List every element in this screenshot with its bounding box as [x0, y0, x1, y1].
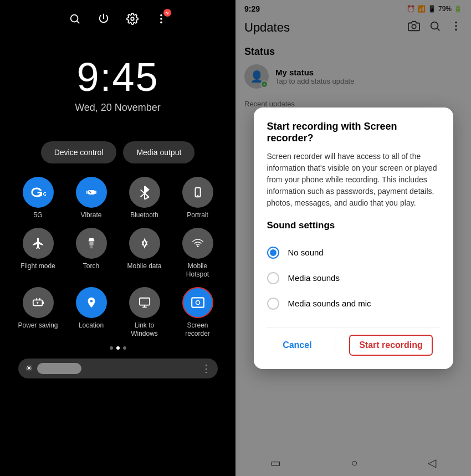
svg-point-20 [196, 301, 199, 304]
radio-media-sounds-mic-label: Media sounds and mic [288, 299, 371, 308]
svg-rect-15 [139, 298, 149, 305]
radio-no-sound-indicator [267, 247, 279, 259]
tile-link-windows[interactable]: Link to Windows [122, 287, 167, 337]
dialog-overlay: Start recording with Screen recorder? Sc… [235, 0, 471, 476]
location-icon [76, 287, 107, 318]
clock-display: 9:45 [76, 54, 158, 100]
radio-media-sounds-indicator [267, 272, 279, 284]
screen-recorder-label: Screen recorder [176, 321, 220, 337]
vibrate-icon [76, 177, 107, 208]
dialog-body: Screen recorder will have access to all … [267, 151, 440, 209]
tile-flight-mode[interactable]: Flight mode [16, 228, 60, 278]
right-panel: 9:29 ⏰ 📶 📱 79% 🔋 Updates [235, 0, 471, 476]
tile-location[interactable]: Location [69, 287, 114, 337]
radio-no-sound-label: No sound [288, 248, 324, 257]
radio-media-sounds[interactable]: Media sounds [267, 265, 440, 291]
quick-settings-grid: G 5G Vibrate [16, 177, 220, 337]
dot-3 [123, 346, 126, 350]
power-saving-label: Power saving [18, 321, 58, 329]
tile-torch[interactable]: Torch [69, 228, 114, 278]
svg-line-1 [77, 21, 79, 23]
screen-recorder-icon [182, 287, 213, 318]
media-output-button[interactable]: Media output [123, 141, 194, 163]
radio-media-sounds-mic-indicator [267, 298, 279, 310]
brightness-fill [37, 363, 81, 374]
svg-rect-11 [89, 242, 93, 245]
tile-mobile-data[interactable]: Mobile data [122, 228, 167, 278]
date-display: Wed, 20 November [75, 102, 161, 114]
tile-vibrate[interactable]: Vibrate [69, 177, 114, 219]
start-recording-button[interactable]: Start recording [349, 335, 433, 356]
dialog-title: Start recording with Screen recorder? [267, 121, 440, 144]
radio-no-sound[interactable]: No sound [267, 240, 440, 265]
radio-no-sound-fill [270, 249, 277, 256]
tile-portrait[interactable]: Portrait [176, 177, 220, 219]
search-icon[interactable] [67, 11, 83, 27]
bluetooth-label: Bluetooth [130, 211, 158, 219]
svg-point-2 [131, 17, 134, 21]
notification-badge: N [163, 9, 171, 17]
mobile-data-icon [129, 228, 160, 259]
vibrate-label: Vibrate [81, 211, 102, 219]
portrait-label: Portrait [187, 211, 208, 219]
radio-media-sounds-label: Media sounds [288, 273, 340, 283]
tile-power-saving[interactable]: Power saving [16, 287, 60, 337]
radio-media-sounds-mic[interactable]: Media sounds and mic [267, 291, 440, 316]
cancel-button[interactable]: Cancel [274, 336, 320, 355]
flight-icon [23, 228, 54, 259]
svg-point-5 [160, 22, 162, 24]
quick-controls: Device control Media output [41, 141, 195, 163]
dot-2 [116, 346, 120, 350]
power-icon[interactable] [96, 11, 111, 27]
lock-screen: N 9:45 Wed, 20 November Device control M… [0, 0, 235, 476]
action-divider [335, 339, 335, 352]
svg-point-3 [160, 14, 162, 17]
dot-1 [110, 346, 113, 350]
5g-label: 5G [33, 211, 42, 219]
power-saving-icon [23, 287, 54, 318]
more-options-icon[interactable]: N [153, 11, 169, 27]
flight-label: Flight mode [21, 262, 55, 270]
5g-icon: G [23, 177, 54, 208]
mobile-data-label: Mobile data [127, 262, 161, 270]
torch-label: Torch [83, 262, 99, 270]
brightness-bar[interactable]: ☀ ⋮ [18, 359, 218, 378]
link-windows-label: Link to Windows [122, 321, 167, 337]
svg-text:G: G [43, 191, 46, 197]
screen-recorder-dialog: Start recording with Screen recorder? Sc… [254, 108, 453, 369]
brightness-icon: ☀ [25, 363, 33, 373]
tile-5g[interactable]: G 5G [16, 177, 60, 219]
tile-bluetooth[interactable]: Bluetooth [122, 177, 167, 219]
device-control-button[interactable]: Device control [41, 141, 117, 163]
page-dots [110, 346, 126, 350]
tile-screen-recorder[interactable]: Screen recorder [176, 287, 220, 337]
hotspot-icon [182, 228, 213, 259]
top-icon-row: N [0, 0, 235, 32]
svg-point-0 [70, 15, 78, 22]
location-label: Location [79, 321, 104, 329]
brightness-more-icon[interactable]: ⋮ [201, 362, 211, 375]
bluetooth-icon [129, 177, 160, 208]
hotspot-label: Mobile Hotspot [176, 262, 220, 278]
tile-hotspot[interactable]: Mobile Hotspot [176, 228, 220, 278]
dialog-actions: Cancel Start recording [267, 327, 440, 356]
sound-settings-title: Sound settings [267, 220, 440, 231]
link-windows-icon [129, 287, 160, 318]
portrait-icon [182, 177, 213, 208]
torch-icon [76, 228, 107, 259]
svg-point-4 [160, 18, 162, 20]
settings-icon[interactable] [125, 11, 140, 27]
